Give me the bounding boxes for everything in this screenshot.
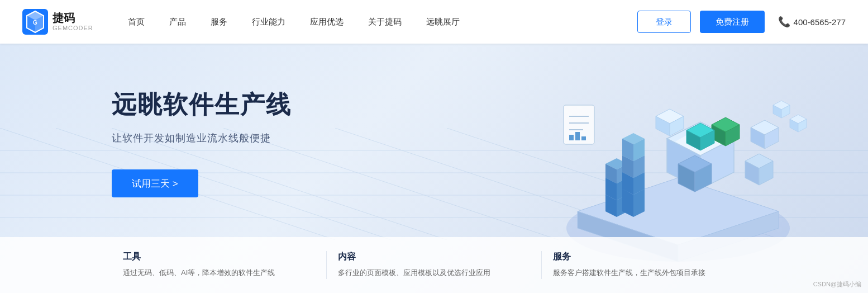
feature-content-title: 内容: [338, 251, 530, 263]
nav-item-app[interactable]: 应用优选: [298, 0, 356, 44]
feature-service-title: 服务: [553, 251, 745, 263]
trial-button[interactable]: 试用三天 >: [112, 169, 198, 197]
phone-area: 📞 400-6565-277: [778, 16, 846, 28]
logo-sub: GEMCODER: [53, 25, 93, 31]
nav-actions: 登录 免费注册 📞 400-6565-277: [637, 11, 846, 33]
feature-content: 内容 多行业的页面模板、应用模板以及优选行业应用: [327, 251, 542, 279]
feature-tools-title: 工具: [123, 251, 315, 263]
hero-content: 远眺软件生产线 让软件开发如制造业流水线般便捷 试用三天 >: [112, 88, 292, 197]
svg-rect-74: [575, 132, 580, 140]
phone-number: 400-6565-277: [794, 17, 846, 27]
nav-item-service[interactable]: 服务: [198, 0, 240, 44]
nav-item-home[interactable]: 首页: [116, 0, 157, 44]
nav-item-gallery[interactable]: 远眺展厅: [414, 0, 472, 44]
logo[interactable]: G 捷码 GEMCODER: [22, 9, 93, 35]
feature-content-desc: 多行业的页面模板、应用模板以及优选行业应用: [338, 267, 530, 279]
feature-tools-desc: 通过无码、低码、AI等，降本增效的软件生产线: [123, 267, 315, 279]
hero-section: 远眺软件生产线 让软件开发如制造业流水线般便捷 试用三天 >: [0, 44, 868, 293]
svg-rect-75: [581, 136, 586, 140]
watermark: CSDN@捷码小编: [813, 280, 861, 289]
navbar: G 捷码 GEMCODER 首页 产品 服务 行业能力 应用优选 关于捷码 远眺…: [0, 0, 868, 44]
nav-item-about[interactable]: 关于捷码: [356, 0, 414, 44]
hero-title: 远眺软件生产线: [112, 88, 292, 121]
nav-item-industry[interactable]: 行业能力: [240, 0, 298, 44]
svg-text:G: G: [33, 20, 37, 26]
feature-service: 服务 服务客户搭建软件生产线，生产线外包项目承接: [542, 251, 756, 279]
login-button[interactable]: 登录: [637, 11, 691, 33]
nav-item-product[interactable]: 产品: [157, 0, 198, 44]
hero-subtitle: 让软件开发如制造业流水线般便捷: [112, 131, 292, 145]
feature-service-desc: 服务客户搭建软件生产线，生产线外包项目承接: [553, 267, 745, 279]
logo-icon: G: [22, 9, 48, 35]
feature-tools: 工具 通过无码、低码、AI等，降本增效的软件生产线: [112, 251, 327, 279]
features-strip: 工具 通过无码、低码、AI等，降本增效的软件生产线 内容 多行业的页面模板、应用…: [0, 237, 868, 293]
logo-text: 捷码: [53, 12, 93, 23]
nav-links: 首页 产品 服务 行业能力 应用优选 关于捷码 远眺展厅: [116, 0, 637, 44]
register-button[interactable]: 免费注册: [700, 11, 765, 33]
svg-rect-73: [569, 135, 574, 140]
phone-icon: 📞: [778, 16, 790, 28]
